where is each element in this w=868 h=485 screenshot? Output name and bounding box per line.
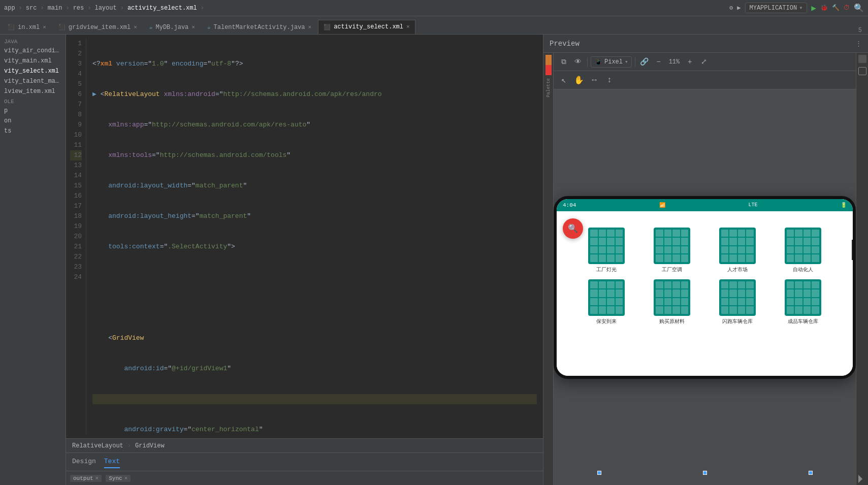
myapplication-dropdown[interactable]: MYAPPLICATION ▾ xyxy=(745,3,808,13)
output-tag[interactable]: output × xyxy=(70,475,102,482)
grid-label-4: 保安到来 xyxy=(596,318,617,325)
debug-icon[interactable]: 🐞 xyxy=(820,4,828,12)
output-label: output xyxy=(73,475,93,481)
fit-button[interactable]: ⤢ xyxy=(698,56,710,68)
bc-relative-layout[interactable]: RelativeLayout xyxy=(72,442,123,449)
tab-design[interactable]: Design xyxy=(72,456,96,468)
tab-close-icon[interactable]: × xyxy=(43,24,46,30)
zoom-in-button[interactable]: + xyxy=(684,56,696,68)
tab-bar: ⬛ in.xml × ⬛ gridview_item.xml × ☕ MyDB.… xyxy=(0,16,868,35)
bc-gridview[interactable]: GridView xyxy=(135,442,165,449)
breadcrumb-main[interactable]: main xyxy=(48,5,62,12)
grid-item-3[interactable]: 自动化人 xyxy=(773,228,832,273)
build-icon[interactable]: 🔨 xyxy=(832,4,840,12)
run-play-icon[interactable]: ▶ xyxy=(811,3,816,13)
search-icon[interactable]: 🔍 xyxy=(854,3,864,13)
topbar-right: ⚙ ▶ MYAPPLICATION ▾ ▶ 🐞 🔨 ⏱ 🔍 xyxy=(729,3,864,13)
sync-close-icon[interactable]: × xyxy=(124,475,128,481)
tab-in-xml[interactable]: ⬛ in.xml × xyxy=(2,20,52,34)
flip-h-button[interactable]: ↔ xyxy=(588,74,600,86)
preview-body: Palette ⧉ 👁 📱 Pixel ▾ 🔗 − xyxy=(543,53,868,485)
sidebar-item-talent[interactable]: vity_talent_market.x xyxy=(0,76,66,86)
code-content[interactable]: <?xml version="1.0" encoding="utf-8"?> ▶… xyxy=(86,39,543,434)
sidebar-item-select[interactable]: vity_select.xml xyxy=(0,66,66,76)
editor-mode-tabs: Design Text xyxy=(66,452,543,471)
grid-icon-3 xyxy=(785,228,821,264)
right-collapse-icon[interactable] xyxy=(858,475,866,483)
code-line-10: <GridView xyxy=(92,333,537,343)
code-container[interactable]: 123 456 789 1011 12 131415 161718 192021… xyxy=(66,35,543,438)
pointer-tool-button[interactable]: ↖ xyxy=(558,74,570,86)
grid-icon-5 xyxy=(654,279,690,316)
right-tool-2[interactable] xyxy=(858,67,866,75)
java-file-icon2: ☕ xyxy=(207,24,211,30)
tab-close-icon5[interactable]: × xyxy=(406,24,410,30)
link-button[interactable]: 🔗 xyxy=(638,56,651,68)
grid-item-5[interactable]: 购买原材料 xyxy=(642,279,702,325)
sidebar-item-ts[interactable]: ts xyxy=(0,126,66,136)
sidebar-item-main[interactable]: vity_main.xml xyxy=(0,56,66,66)
tab-close-icon4[interactable]: × xyxy=(308,24,312,30)
right-tool-1[interactable] xyxy=(858,55,866,63)
preview-header: Preview ⋮ xyxy=(543,35,868,53)
tab-close-icon2[interactable]: × xyxy=(134,24,137,30)
profile-icon[interactable]: ⏱ xyxy=(844,4,850,12)
breadcrumb-app[interactable]: app xyxy=(4,5,15,12)
breadcrumb-layout[interactable]: layout xyxy=(94,5,116,12)
xml-file-icon2: ⬛ xyxy=(58,24,66,30)
grid-item-4[interactable]: 保安到来 xyxy=(577,279,636,325)
tab-label: activity_select.xml xyxy=(334,23,403,30)
code-line-4: xmlns:tools="http://schemas.android.com/… xyxy=(92,150,537,160)
phone-fab-button[interactable]: 🔍 xyxy=(563,218,583,239)
sidebar-item-gridview[interactable]: lview_item.xml xyxy=(0,86,66,96)
sync-tag[interactable]: Sync × xyxy=(106,475,131,482)
palette-bottom-color xyxy=(545,65,552,75)
grid-item-0[interactable]: 工厂灯光 xyxy=(577,228,636,273)
zoom-out-button[interactable]: − xyxy=(653,56,665,68)
tab-gridview-item[interactable]: ⬛ gridview_item.xml × xyxy=(53,20,143,34)
grid-label-5: 购买原材料 xyxy=(659,318,685,325)
android-phone: 4:04 📶 LTE 🔋 🔍 xyxy=(554,196,856,379)
sep4: › xyxy=(87,5,91,12)
layers-button[interactable]: ⧉ xyxy=(558,56,570,68)
breadcrumb-src[interactable]: src xyxy=(26,5,37,12)
preview-title: Preview xyxy=(550,40,580,48)
fab-search-icon: 🔍 xyxy=(568,223,578,234)
myapplication-label: MYAPPLICATION xyxy=(750,5,797,12)
hand-tool-button[interactable]: ✋ xyxy=(573,74,585,86)
more-options-icon[interactable]: ⋮ xyxy=(855,40,862,48)
output-close-icon[interactable]: × xyxy=(95,475,99,481)
phone-status-bar: 4:04 📶 LTE 🔋 xyxy=(557,199,853,211)
grid-item-6[interactable]: 闪跑车辆仓库 xyxy=(708,279,767,325)
device-selector[interactable]: 📱 Pixel ▾ xyxy=(591,56,632,68)
tab-text[interactable]: Text xyxy=(104,456,120,468)
sidebar-item-air-conditioner[interactable]: vity_air_conditioner.x xyxy=(0,46,66,56)
grid-icon-1 xyxy=(654,228,690,264)
breadcrumb-res[interactable]: res xyxy=(73,5,84,12)
sep2: › xyxy=(40,5,44,12)
grid-icon-6 xyxy=(719,279,756,316)
grid-label-2: 人才市场 xyxy=(727,266,748,273)
settings-icon[interactable]: ⚙ xyxy=(729,4,733,12)
flip-v-button[interactable]: ↕ xyxy=(603,74,616,86)
eye-button[interactable]: 👁 xyxy=(572,56,584,68)
grid-item-1[interactable]: 工厂空调 xyxy=(642,228,702,273)
handle-center xyxy=(703,471,707,475)
bottom-bar: output × Sync × xyxy=(66,471,543,485)
sidebar-item-p[interactable]: p xyxy=(0,106,66,116)
palette-strip: Palette xyxy=(543,53,554,485)
grid-item-2[interactable]: 人才市场 xyxy=(708,228,767,273)
code-line-7: tools:context=".SelectActivity"> xyxy=(92,242,537,252)
tab-mydb[interactable]: ☕ MyDB.java × xyxy=(144,20,201,34)
handle-left xyxy=(597,471,601,475)
tab-close-icon3[interactable]: × xyxy=(191,24,195,30)
tab-activity-select[interactable]: ⬛ activity_select.xml × xyxy=(318,20,415,34)
xml-file-icon3: ⬛ xyxy=(324,24,331,30)
tab-label: TalentMarketActivity.java xyxy=(214,24,305,31)
tab-talent-market[interactable]: ☕ TalentMarketActivity.java × xyxy=(202,20,317,34)
grid-item-7[interactable]: 成品车辆仓库 xyxy=(773,279,832,325)
run-icon[interactable]: ▶ xyxy=(737,4,741,12)
editor-area: 123 456 789 1011 12 131415 161718 192021… xyxy=(66,35,543,485)
sidebar-item-on[interactable]: on xyxy=(0,116,66,126)
phone-icon: 📱 xyxy=(594,58,602,66)
